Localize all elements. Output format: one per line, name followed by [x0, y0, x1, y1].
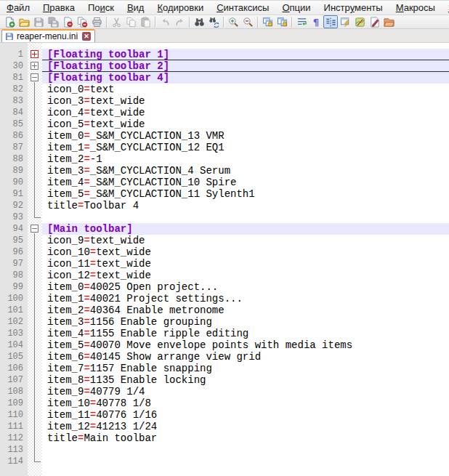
menu-view[interactable]: Вид — [121, 1, 151, 15]
code-line: 86item_0=_S&M_CYCLACTION_13 VMR — [0, 130, 449, 142]
toolbar-zoom-out-button[interactable] — [240, 15, 255, 28]
ini-entry[interactable]: item_10=40778 1/8 — [42, 398, 449, 409]
toolbar-save-all-button[interactable] — [46, 15, 60, 28]
ini-entry[interactable]: item_11=40776 1/16 — [42, 409, 449, 421]
ini-entry[interactable]: item_8=1135 Enable locking — [42, 374, 449, 386]
menu-edit[interactable]: Правка — [36, 1, 81, 15]
menu-options[interactable]: Опции — [275, 1, 317, 15]
editor[interactable]: 1[Floating toolbar 1]30[Floating toolbar… — [0, 43, 449, 476]
assignment-operator: = — [84, 374, 89, 386]
toolbar-word-wrap-button[interactable] — [294, 15, 309, 28]
assignment-operator: = — [90, 270, 96, 281]
ini-entry[interactable]: item_2=40364 Enable metronome — [42, 304, 449, 316]
ini-entry[interactable]: item_7=1157 Enable snapping — [42, 363, 449, 374]
toolbar-cut-button[interactable] — [109, 15, 124, 28]
code-line: 112title=Main toolbar — [0, 432, 449, 444]
ini-entry[interactable]: icon_0=text — [42, 84, 449, 95]
tab-reaper-menu-ini[interactable]: reaper-menu.ini ✕ — [1, 29, 95, 42]
fold-marker-minus[interactable] — [28, 223, 42, 235]
section-header[interactable]: [Floating toolbar 1] — [42, 49, 449, 60]
toolbar-find-button[interactable] — [192, 15, 206, 28]
toolbar-document-map-button[interactable] — [352, 15, 367, 28]
toolbar-close-button[interactable] — [60, 15, 75, 28]
save-all-icon — [48, 17, 59, 28]
ini-key: item_8 — [47, 374, 84, 386]
ini-entry[interactable]: title=Toolbar 4 — [42, 200, 449, 211]
ini-entry[interactable]: item_5=_S&M_CYCLACTION_11 Sylenth1 — [42, 188, 449, 200]
menu-search[interactable]: Поиск — [81, 1, 121, 15]
toolbar-zoom-in-button[interactable] — [226, 15, 240, 28]
ini-entry[interactable]: icon_12=text_wide — [42, 270, 449, 281]
ini-value: _S&M_CYCLACTION_13 VMR — [90, 130, 224, 142]
toolbar-copy-button[interactable] — [124, 15, 138, 28]
toolbar-folder-workspace-button[interactable] — [381, 15, 396, 28]
section-header[interactable]: [Floating toolbar 2] — [42, 60, 449, 72]
toolbar-undo-button[interactable] — [158, 15, 172, 28]
document-map-icon — [355, 17, 365, 28]
empty-line[interactable] — [42, 211, 449, 223]
ini-entry[interactable]: item_6=40145 Show arrange view grid — [42, 351, 449, 363]
ini-value: 40025 Open project... — [90, 281, 218, 293]
menu-file[interactable]: Файл — [0, 1, 36, 15]
code-line: 102item_3=1156 Enable grouping — [0, 316, 449, 328]
ini-value: 40070 Move envelope points with media it… — [90, 339, 352, 351]
line-number: 89 — [0, 165, 28, 177]
menu-run[interactable]: Запуск — [442, 1, 449, 15]
toolbar-indent-guide-button[interactable] — [323, 15, 338, 28]
section-header[interactable]: [Main toolbar] — [42, 223, 449, 235]
menu-syntaxes[interactable]: Синтаксисы — [210, 1, 275, 15]
ini-entry[interactable]: item_5=40070 Move envelope points with m… — [42, 339, 449, 351]
ini-entry[interactable]: icon_3=text_wide — [42, 95, 449, 107]
fold-marker-plus-red[interactable] — [28, 49, 42, 60]
fold-marker-minus[interactable] — [28, 72, 42, 84]
ini-entry[interactable]: item_3=1156 Enable grouping — [42, 316, 449, 328]
fold-marker-plus[interactable] — [28, 60, 42, 72]
assignment-operator: = — [84, 328, 89, 339]
ini-entry[interactable]: icon_5=text_wide — [42, 118, 449, 130]
toolbar-replace-button[interactable] — [206, 15, 221, 28]
toolbar-paste-button[interactable] — [138, 15, 153, 28]
ini-entry[interactable]: item_1=_S&M_CYCLACTION_12 EQ1 — [42, 142, 449, 153]
toolbar-close-all-button[interactable] — [75, 15, 89, 28]
ini-entry[interactable]: item_0=_S&M_CYCLACTION_13 VMR — [42, 130, 449, 142]
menu-encodings[interactable]: Кодировки — [150, 1, 210, 15]
ini-entry[interactable]: item_1=40021 Project settings... — [42, 293, 449, 304]
toolbar-open-file-button[interactable] — [17, 15, 31, 28]
menu-tools[interactable]: Инструменты — [317, 1, 389, 15]
ini-entry[interactable]: item_4=1155 Enable ripple editing — [42, 328, 449, 339]
ini-key: item_1 — [47, 142, 84, 153]
toolbar-sync-horizontal-button[interactable] — [275, 15, 289, 28]
menu-macros[interactable]: Макросы — [389, 1, 442, 15]
ini-entry[interactable]: item_3=_S&M_CYCLACTION_4 Serum — [42, 165, 449, 177]
ini-entry[interactable]: item_2=-1 — [42, 153, 449, 165]
toolbar-save-button[interactable] — [31, 15, 46, 28]
code-line: 97icon_11=text_wide — [0, 258, 449, 270]
ini-entry[interactable]: item_9=40779 1/4 — [42, 386, 449, 398]
toolbar-macro-record-button[interactable] — [367, 15, 381, 28]
code-line: 100item_1=40021 Project settings... — [0, 293, 449, 304]
toolbar-sync-vertical-button[interactable] — [260, 15, 275, 28]
ini-entry[interactable]: icon_9=text_wide — [42, 235, 449, 246]
empty-line[interactable] — [42, 456, 449, 467]
toolbar-redo-button[interactable] — [172, 15, 187, 28]
toolbar-new-file-button[interactable] — [2, 15, 17, 28]
assignment-operator: = — [84, 107, 89, 118]
ini-entry[interactable]: icon_11=text_wide — [42, 258, 449, 270]
ini-key: icon_4 — [47, 107, 84, 118]
toolbar-print-button[interactable] — [89, 15, 104, 28]
ini-entry[interactable]: icon_10=text_wide — [42, 246, 449, 258]
tab-close-icon[interactable]: ✕ — [82, 32, 91, 41]
ini-entry[interactable]: item_4=_S&M_CYCLACTION_10 Spire — [42, 177, 449, 188]
empty-line[interactable] — [42, 444, 449, 456]
section-header[interactable]: [Floating toolbar 4] — [42, 72, 449, 84]
ini-value: 40776 1/16 — [96, 409, 157, 421]
toolbar-show-all-chars-button[interactable]: ¶ — [309, 15, 323, 28]
ini-entry[interactable]: item_12=41213 1/24 — [42, 421, 449, 432]
ini-entry[interactable]: item_0=40025 Open project... — [42, 281, 449, 293]
code-line: 91item_5=_S&M_CYCLACTION_11 Sylenth1 — [0, 188, 449, 200]
code-area[interactable]: 1[Floating toolbar 1]30[Floating toolbar… — [0, 43, 449, 467]
ini-entry[interactable]: icon_4=text_wide — [42, 107, 449, 118]
ini-entry[interactable]: title=Main toolbar — [42, 432, 449, 444]
ini-key: item_7 — [47, 363, 84, 374]
toolbar-function-list-button[interactable] — [338, 15, 352, 28]
